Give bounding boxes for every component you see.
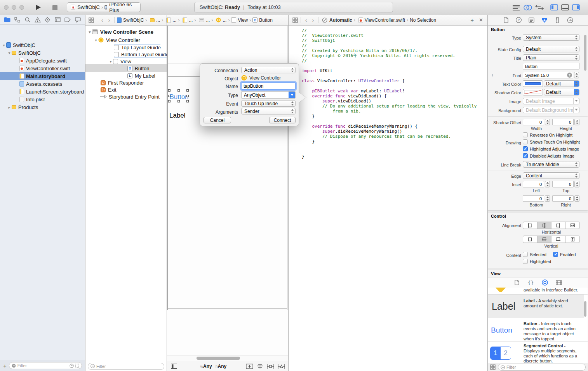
cancel-button[interactable]: Cancel (204, 117, 231, 123)
font-field[interactable]: System 15.0 T (523, 72, 573, 78)
library-item-label[interactable]: Label Label - A variably sized amount of… (488, 295, 584, 318)
line-break-popup[interactable]: Truncate Middle (523, 161, 579, 168)
align-fill-vertical-segment[interactable] (566, 236, 580, 243)
inset-left-field[interactable]: 0 (523, 181, 544, 187)
inset-bottom-stepper[interactable] (545, 195, 550, 202)
disclosure-open-icon[interactable]: ▾ (7, 51, 12, 55)
panel-divider[interactable] (487, 15, 488, 371)
selection-handle[interactable] (168, 89, 170, 92)
selection-handle[interactable] (186, 89, 189, 92)
forward-button[interactable]: › (106, 17, 113, 23)
crumb-button[interactable]: Button (259, 17, 273, 23)
selected-checkbox[interactable]: Selected (523, 252, 546, 257)
crumb-view[interactable]: View (238, 17, 248, 23)
align-center-segment[interactable] (538, 222, 552, 229)
standard-editor-button[interactable] (511, 2, 521, 12)
crumb-file[interactable]: ViewController.swift (365, 17, 405, 23)
align-fill-segment[interactable] (566, 222, 580, 229)
horizontal-scrollbar[interactable] (197, 357, 240, 360)
shows-touch-checkbox[interactable]: Shows Touch On Highlight (523, 139, 580, 144)
project-navigator-tab[interactable] (3, 16, 11, 24)
close-window-button[interactable] (4, 5, 9, 10)
back-button[interactable]: ‹ (99, 17, 106, 23)
inset-bottom-field[interactable]: 0 (523, 195, 544, 202)
debug-navigator-tab[interactable] (54, 16, 61, 24)
highlighted-checkbox[interactable]: Highlighted (523, 259, 551, 264)
test-navigator-tab[interactable] (43, 16, 51, 24)
connection-popup[interactable]: Action (241, 67, 296, 73)
align-top-segment[interactable] (523, 236, 538, 243)
nav-item-launchscreen[interactable]: LaunchScreen.storyboard (19, 88, 84, 95)
nav-item-main-storyboard[interactable]: Main.storyboard (19, 72, 65, 80)
disclosure-open-icon[interactable]: ▾ (2, 43, 6, 47)
inset-top-field[interactable]: 0 (552, 181, 574, 187)
report-navigator-tab[interactable] (74, 16, 82, 24)
attributes-inspector-tab[interactable] (541, 16, 548, 24)
title-text-field[interactable]: Button (523, 63, 579, 69)
horizontal-alignment-segmented[interactable] (523, 222, 580, 229)
selection-handle[interactable] (168, 95, 170, 97)
library-scrollbar[interactable] (584, 301, 586, 317)
canvas-label[interactable]: Label (169, 112, 186, 120)
enabled-checkbox[interactable]: Enabled (553, 252, 576, 257)
align-bottom-segment[interactable] (551, 236, 566, 243)
selection-handle[interactable] (168, 100, 170, 102)
event-popup[interactable]: Touch Up Inside (241, 100, 296, 107)
shadow-offset-height-field[interactable]: 0 (552, 119, 574, 125)
grid-view-icon[interactable] (490, 364, 496, 370)
forward-button[interactable]: › (310, 17, 317, 23)
title-popup[interactable]: Plain (523, 54, 579, 61)
align-right-segment[interactable] (551, 222, 566, 229)
outline-scene[interactable]: ▾ View Controller Scene (87, 28, 153, 36)
background-combo[interactable]: Default Background Imag (523, 107, 579, 113)
panel-divider[interactable] (85, 15, 85, 371)
outline-bottom-layout-guide[interactable]: Bottom Layout Guide (114, 50, 169, 58)
nav-item-viewcontroller[interactable]: ViewController.swift (19, 64, 70, 72)
align-button[interactable] (257, 364, 263, 369)
inset-right-stepper[interactable] (574, 195, 579, 202)
close-assistant-button[interactable]: ✕ (477, 17, 485, 23)
help-inspector-tab[interactable]: ? (515, 16, 523, 24)
shadow-color-well[interactable] (523, 89, 543, 95)
outline-entry-point[interactable]: Storyboard Entry Point (100, 93, 160, 101)
stop-button[interactable] (50, 2, 60, 12)
scope-box-icon[interactable] (75, 364, 79, 368)
media-library-tab[interactable] (555, 279, 563, 286)
snippet-library-tab[interactable]: {} (527, 279, 535, 286)
toggle-navigator-button[interactable] (549, 2, 559, 12)
add-assistant-button[interactable]: + (467, 17, 477, 23)
edge-popup[interactable]: Content (523, 172, 579, 179)
source-editor[interactable]: //// ViewController.swift// SwiftObjC///… (288, 26, 488, 371)
arguments-popup[interactable]: Sender (241, 108, 296, 114)
related-items-icon[interactable] (87, 16, 95, 24)
selection-handle[interactable] (186, 100, 189, 102)
crumb-storyboard[interactable]: ... (189, 17, 193, 23)
nav-item-appdelegate[interactable]: AppDelegate.swift (19, 57, 67, 64)
pin-button[interactable] (267, 364, 274, 369)
toggle-outline-button[interactable] (171, 364, 177, 369)
crumb-automatic[interactable]: Automatic (329, 17, 352, 23)
connections-inspector-tab[interactable] (566, 16, 574, 24)
file-template-library-tab[interactable] (513, 279, 521, 286)
font-size-stepper[interactable] (574, 72, 579, 78)
state-config-popup[interactable]: Default (523, 46, 579, 52)
outline-top-layout-guide[interactable]: Top Layout Guide (114, 43, 161, 51)
clock-icon[interactable] (70, 364, 74, 368)
outline-filter-field[interactable]: Filter (88, 363, 164, 370)
library-filter-field[interactable]: Filter (498, 364, 586, 371)
run-button[interactable] (33, 2, 43, 12)
font-picker-icon[interactable]: T (567, 73, 572, 78)
zoom-window-button[interactable] (19, 5, 24, 10)
object-library-tab[interactable] (541, 279, 549, 286)
source-control-navigator-tab[interactable] (14, 16, 21, 24)
scheme-selector[interactable]: A SwiftObjC › iPhone 6s Plus (67, 2, 141, 12)
disabled-adjusts-checkbox[interactable]: Disabled Adjusts Image (523, 153, 574, 158)
image-combo[interactable]: Default Image (523, 98, 579, 104)
shadow-width-stepper[interactable] (545, 119, 550, 125)
crumb-folder[interactable]: ... (156, 17, 160, 23)
crumb-view-controller[interactable]: ... (223, 17, 226, 23)
navigator-filter-field[interactable]: Filter (9, 362, 82, 369)
outline-button[interactable]: B Button (127, 64, 150, 72)
inset-left-stepper[interactable] (545, 181, 550, 187)
vertical-alignment-segmented[interactable] (523, 236, 580, 243)
